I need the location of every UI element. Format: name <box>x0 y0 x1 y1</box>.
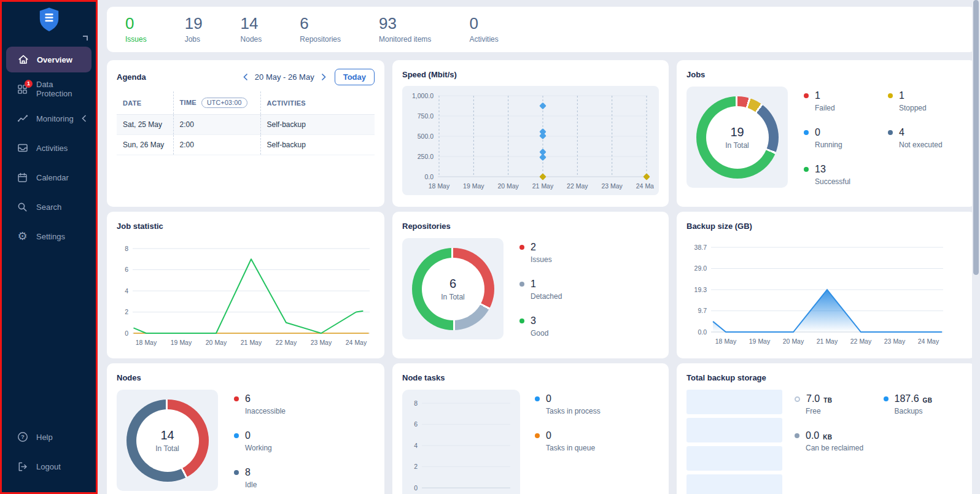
legend-value: 13 <box>815 164 826 175</box>
sidebar-item-data-protection[interactable]: 1Data Protection <box>2 74 96 104</box>
scrollbar-thumb[interactable] <box>973 0 979 275</box>
nodes-card: Nodes 14 In Total 6Inaccessible0Working8… <box>107 363 384 494</box>
svg-text:24 May: 24 May <box>636 182 654 190</box>
scrollbar-track <box>972 0 980 494</box>
shield-logo-icon <box>37 7 61 35</box>
jobs-total: 19 <box>730 125 744 139</box>
grid-icon: 1 <box>17 83 28 95</box>
legend-item-issues: 2Issues <box>519 242 659 264</box>
legend-item-tasks-in-queue: 0Tasks in queue <box>535 430 659 452</box>
agenda-card: Agenda 20 May - 26 May Today DATE TI <box>107 60 384 207</box>
legend-item-inaccessible: 6Inaccessible <box>234 393 375 415</box>
legend-label: Tasks in process <box>546 407 659 415</box>
col-header-activities: ACTIVITIES <box>260 91 375 115</box>
stat-value: 0 <box>125 15 147 31</box>
stat-repositories[interactable]: 6Repositories <box>300 15 341 44</box>
svg-text:22 May: 22 May <box>276 339 297 346</box>
card-title: Node tasks <box>402 373 445 382</box>
legend-unit: GB <box>923 395 933 404</box>
next-week-button[interactable] <box>321 73 326 81</box>
prev-week-button[interactable] <box>243 73 248 81</box>
legend-item-good: 3Good <box>519 315 659 338</box>
legend-value: 2 <box>531 242 536 253</box>
agenda-date: Sun, 26 May <box>117 135 173 155</box>
sidebar-item-activities[interactable]: Activities <box>2 133 96 163</box>
stat-issues[interactable]: 0Issues <box>125 15 147 44</box>
legend-item-detached: 1Detached <box>519 279 659 301</box>
stat-monitored-items[interactable]: 93Monitored items <box>379 15 431 44</box>
notification-badge: 1 <box>25 80 33 88</box>
node-tasks-legend: 0Tasks in process0Tasks in queue <box>535 393 659 494</box>
legend-value: 0 <box>546 430 551 441</box>
legend-value: 6 <box>245 393 251 404</box>
legend-label: Idle <box>245 480 375 489</box>
cards-grid: Agenda 20 May - 26 May Today DATE TI <box>107 60 976 494</box>
legend-label: Issues <box>531 255 659 264</box>
legend-item-successful: 13Successful <box>804 164 882 186</box>
stat-activities[interactable]: 0Activities <box>469 15 498 44</box>
legend-dot <box>535 433 540 438</box>
stat-nodes[interactable]: 14Nodes <box>241 15 262 44</box>
sidebar-bottom-nav: ?HelpLogout <box>2 422 96 481</box>
speed-card: Speed (Mbit/s) 1,000.0750.0500.0250.00.0… <box>392 60 669 207</box>
node-tasks-card: Node tasks 86420 0Tasks in process0Tasks… <box>392 363 669 494</box>
sidebar-item-calendar[interactable]: Calendar <box>2 163 96 192</box>
card-title: Speed (Mbit/s) <box>402 70 457 79</box>
legend-item-stopped: 1Stopped <box>888 90 966 112</box>
svg-text:?: ? <box>21 433 25 440</box>
agenda-time: 2:00 <box>173 115 260 135</box>
legend-value: 0 <box>245 430 251 441</box>
legend-value: 7.0 <box>806 393 820 404</box>
storage-bar <box>686 474 782 494</box>
today-button[interactable]: Today <box>335 69 375 85</box>
sidebar-item-help[interactable]: ?Help <box>2 422 96 452</box>
legend-value: 3 <box>531 315 536 326</box>
job-statistic-chart: 8642018 May19 May20 May21 May22 May23 Ma… <box>117 242 375 350</box>
stat-jobs[interactable]: 19Jobs <box>185 15 203 44</box>
legend-label: Free <box>806 407 877 415</box>
chevron-left-icon[interactable] <box>82 115 87 122</box>
col-header-time: TIMEUTC+03:00 <box>173 91 260 115</box>
storage-bars-chart <box>686 390 782 494</box>
svg-text:0: 0 <box>414 484 418 492</box>
sidebar-item-label: Calendar <box>36 173 69 182</box>
card-title: Job statistic <box>117 222 163 231</box>
legend-dot <box>234 433 239 438</box>
legend-value: 1 <box>899 90 904 101</box>
stat-label: Monitored items <box>379 35 431 44</box>
legend-dot <box>804 130 809 135</box>
gear-icon: ⚙ <box>17 231 28 242</box>
svg-text:2: 2 <box>414 463 418 470</box>
legend-dot <box>234 396 239 401</box>
svg-text:19 May: 19 May <box>463 182 484 190</box>
legend-label: Successful <box>815 177 882 186</box>
svg-text:21 May: 21 May <box>241 339 262 346</box>
sidebar-item-overview[interactable]: Overview <box>6 47 91 72</box>
card-title: Agenda <box>117 72 146 82</box>
sidebar-resize-icon[interactable] <box>83 36 88 41</box>
sidebar-item-monitoring[interactable]: Monitoring <box>2 104 96 133</box>
stat-label: Issues <box>125 35 147 44</box>
svg-text:0.0: 0.0 <box>424 173 434 180</box>
agenda-row: Sat, 25 May2:00Self-backup <box>117 115 375 135</box>
stat-label: Activities <box>469 35 498 44</box>
legend-value: 8 <box>245 467 251 478</box>
legend-dot <box>519 245 524 250</box>
svg-text:23 May: 23 May <box>601 182 623 190</box>
node-tasks-chart: 86420 <box>402 390 520 494</box>
sidebar-item-logout[interactable]: Logout <box>2 452 96 481</box>
sidebar-item-label: Search <box>36 203 61 212</box>
stat-value: 14 <box>241 15 262 31</box>
inbox-icon <box>17 142 28 154</box>
stat-value: 6 <box>300 15 341 31</box>
svg-text:750.0: 750.0 <box>418 112 434 120</box>
pulse-icon <box>17 113 28 125</box>
repositories-donut-panel: 6 In Total <box>402 238 504 339</box>
date-range-label: 20 May - 26 May <box>255 72 314 82</box>
legend-value: 0.0 <box>806 430 819 441</box>
sidebar-item-settings[interactable]: ⚙Settings <box>2 222 96 251</box>
legend-dot <box>519 318 524 323</box>
legend-label: Not executed <box>899 141 966 149</box>
sidebar-item-search[interactable]: Search <box>2 192 96 222</box>
svg-text:250.0: 250.0 <box>418 153 434 160</box>
